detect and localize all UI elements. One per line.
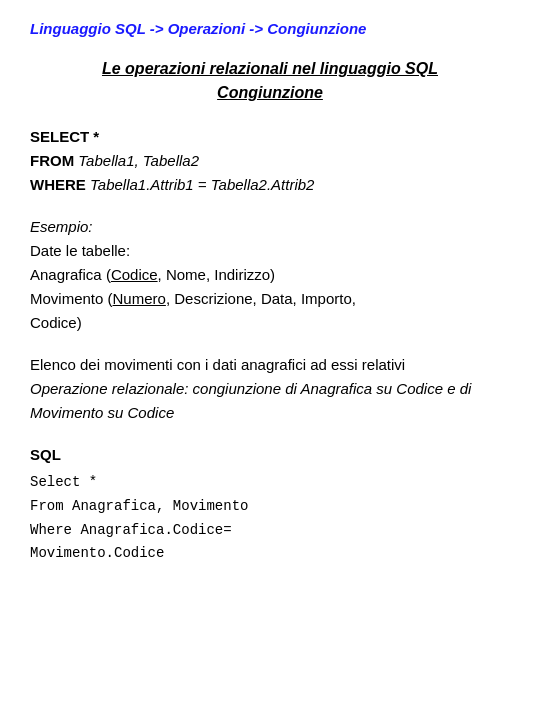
sql-label: SQL	[30, 443, 510, 467]
breadcrumb: Linguaggio SQL -> Operazioni -> Congiunz…	[30, 20, 510, 37]
movimento-line: Movimento (Numero, Descrizione, Data, Im…	[30, 287, 510, 311]
codice-underline: Codice	[111, 266, 158, 283]
description2: Operazione relazionale: congiunzione di …	[30, 377, 510, 425]
sql-section: SQL Select * From Anagrafica, Movimento …	[30, 443, 510, 566]
sql-syntax-block: SELECT * FROM Tabella1, Tabella2 WHERE T…	[30, 125, 510, 197]
movimento-codice-line: Codice)	[30, 311, 510, 335]
code-line1: Select *	[30, 471, 510, 495]
from-line: FROM Tabella1, Tabella2	[30, 149, 510, 173]
anagrafica-rest: , Nome, Indirizzo)	[158, 266, 276, 283]
anagrafica-line: Anagrafica (Codice, Nome, Indirizzo)	[30, 263, 510, 287]
select-keyword: SELECT *	[30, 128, 99, 145]
where-value: Tabella1.Attrib1 = Tabella2.Attrib2	[90, 176, 314, 193]
from-keyword: FROM	[30, 152, 78, 169]
where-keyword: WHERE	[30, 176, 90, 193]
from-value: Tabella1, Tabella2	[78, 152, 199, 169]
code-line2: From Anagrafica, Movimento	[30, 495, 510, 519]
page-title-line1: Le operazioni relazionali nel linguaggio…	[30, 57, 510, 81]
description2-italic: Operazione relazionale: congiunzione di …	[30, 380, 471, 421]
description1: Elenco dei movimenti con i dati anagrafi…	[30, 353, 510, 377]
code-line3: Where Anagrafica.Codice=	[30, 519, 510, 543]
sql-code-block: Select * From Anagrafica, Movimento Wher…	[30, 471, 510, 566]
example-section: Esempio: Date le tabelle: Anagrafica (Co…	[30, 215, 510, 335]
code-line4: Movimento.Codice	[30, 542, 510, 566]
numero-underline: Numero	[113, 290, 166, 307]
anagrafica-label: Anagrafica (	[30, 266, 111, 283]
movimento-rest: , Descrizione, Data, Importo,	[166, 290, 356, 307]
example-label: Esempio:	[30, 215, 510, 239]
description-section: Elenco dei movimenti con i dati anagrafi…	[30, 353, 510, 425]
page-title-line2: Congiunzione	[30, 81, 510, 105]
where-line: WHERE Tabella1.Attrib1 = Tabella2.Attrib…	[30, 173, 510, 197]
movimento-label: Movimento (	[30, 290, 113, 307]
select-line: SELECT *	[30, 125, 510, 149]
page-title: Le operazioni relazionali nel linguaggio…	[30, 57, 510, 105]
example-line1: Date le tabelle:	[30, 239, 510, 263]
